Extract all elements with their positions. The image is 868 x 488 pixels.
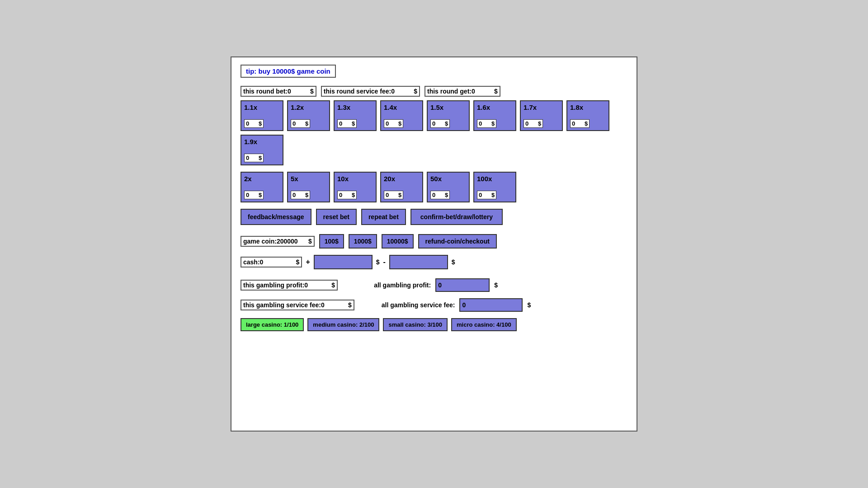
- multiplier-input-box-7[interactable]: $: [570, 119, 590, 128]
- multiplier-dollar-7: $: [585, 120, 588, 127]
- casino-badge-1[interactable]: medium casino: 2/100: [307, 318, 379, 331]
- multiplier-input-box-2[interactable]: $: [337, 119, 357, 128]
- refund-button[interactable]: refund-coin/checkout: [418, 234, 497, 249]
- cash-row: cash: $ + $ - $: [241, 255, 627, 269]
- multiplier-dollar-r2-2: $: [352, 192, 355, 198]
- multiplier-input-4[interactable]: [432, 120, 445, 127]
- coin-1000-button[interactable]: 1000$: [349, 234, 377, 249]
- plus-operator: +: [306, 258, 310, 266]
- multiplier-label-8: 1.9x: [244, 138, 280, 145]
- multiplier-cell-16x[interactable]: 1.6x $: [473, 100, 516, 131]
- multiplier-input-7[interactable]: [572, 120, 585, 127]
- round-get-input[interactable]: [472, 88, 494, 95]
- multiplier-cell-r2-2x[interactable]: 2x $: [241, 172, 283, 202]
- multiplier-input-0[interactable]: [246, 120, 259, 127]
- cash-label: cash:: [243, 258, 260, 266]
- coin-symbol: $: [308, 238, 312, 245]
- coin-100-button[interactable]: 100$: [319, 234, 344, 249]
- multiplier-input-2[interactable]: [339, 120, 352, 127]
- all-service-label: all gambling service fee:: [382, 301, 455, 309]
- round-info-row: this round bet: $ this round service fee…: [241, 86, 627, 97]
- round-service-box: this round service fee: $: [321, 86, 420, 97]
- cash-input-box: cash: $: [241, 257, 302, 267]
- multiplier-input-r2-1[interactable]: [292, 192, 305, 198]
- multiplier-input-r2-0[interactable]: [246, 192, 259, 198]
- all-service-symbol: $: [527, 301, 531, 309]
- multiplier-cell-r2-100x[interactable]: 100x $: [473, 172, 516, 202]
- multiplier-cell-r2-20x[interactable]: 20x $: [380, 172, 423, 202]
- multiplier-cell-13x[interactable]: 1.3x $: [334, 100, 377, 131]
- multiplier-label-r2-2: 10x: [337, 175, 373, 183]
- multiplier-label-6: 1.7x: [524, 103, 559, 111]
- multiplier-input-box-0[interactable]: $: [244, 119, 264, 128]
- cash-symbol: $: [296, 258, 300, 266]
- coin-10000-button[interactable]: 10000$: [382, 234, 414, 249]
- cash-sub-symbol: $: [452, 258, 455, 266]
- round-get-label: this round get:: [427, 88, 472, 95]
- round-service-input[interactable]: [391, 88, 414, 95]
- multiplier-input-box-4[interactable]: $: [430, 119, 450, 128]
- round-bet-input[interactable]: [288, 88, 310, 95]
- all-service-input[interactable]: 0: [459, 298, 523, 312]
- multiplier-input-3[interactable]: [386, 120, 398, 127]
- multiplier-dollar-3: $: [398, 120, 401, 127]
- round-service-symbol: $: [414, 88, 417, 95]
- multiplier-input-6[interactable]: [525, 120, 538, 127]
- multiplier-input-box-r2-0[interactable]: $: [244, 191, 264, 199]
- multiplier-cell-r2-10x[interactable]: 10x $: [334, 172, 377, 202]
- multiplier-cell-17x[interactable]: 1.7x $: [520, 100, 563, 131]
- multiplier-input-box-r2-4[interactable]: $: [430, 191, 450, 199]
- multiplier-label-r2-4: 50x: [430, 175, 466, 183]
- multiplier-input-box-3[interactable]: $: [384, 119, 403, 128]
- multiplier-input-8[interactable]: [246, 155, 259, 161]
- multiplier-cell-11x[interactable]: 1.1x $: [241, 100, 283, 131]
- multiplier-cell-15x[interactable]: 1.5x $: [427, 100, 470, 131]
- multiplier-label-0: 1.1x: [244, 103, 280, 111]
- multiplier-cell-19x[interactable]: 1.9x $: [241, 135, 283, 165]
- this-profit-label: this gambling profit:: [243, 282, 304, 289]
- multiplier-input-box-6[interactable]: $: [524, 119, 543, 128]
- cash-subtract-input[interactable]: [389, 255, 448, 269]
- multiplier-input-1[interactable]: [292, 120, 305, 127]
- multiplier-cell-r2-5x[interactable]: 5x $: [287, 172, 330, 202]
- multiplier-cell-12x[interactable]: 1.2x $: [287, 100, 330, 131]
- multiplier-input-box-r2-2[interactable]: $: [337, 191, 357, 199]
- multiplier-cell-14x[interactable]: 1.4x $: [380, 100, 423, 131]
- multiplier-input-box-5[interactable]: $: [477, 119, 496, 128]
- round-service-label: this round service fee:: [324, 88, 391, 95]
- reset-bet-button[interactable]: reset bet: [316, 209, 357, 225]
- this-service-box: this gambling service fee: $: [241, 300, 354, 310]
- multiplier-input-box-8[interactable]: $: [244, 154, 264, 162]
- multiplier-label-r2-1: 5x: [291, 175, 326, 183]
- this-profit-symbol: $: [331, 282, 335, 289]
- casino-badge-0[interactable]: large casino: 1/100: [241, 318, 304, 331]
- multiplier-input-box-r2-3[interactable]: $: [384, 191, 403, 199]
- multiplier-input-r2-2[interactable]: [339, 192, 352, 198]
- this-service-symbol: $: [348, 301, 352, 309]
- confirm-bet-button[interactable]: confirm-bet/draw/lottery: [410, 209, 503, 225]
- multiplier-label-r2-3: 20x: [384, 175, 420, 183]
- casino-badge-2[interactable]: small casino: 3/100: [383, 318, 448, 331]
- multiplier-label-4: 1.5x: [430, 103, 466, 111]
- multiplier-input-box-r2-5[interactable]: $: [477, 191, 496, 199]
- this-profit-input[interactable]: [304, 282, 331, 289]
- multiplier-input-5[interactable]: [479, 120, 491, 127]
- repeat-bet-button[interactable]: repeat bet: [361, 209, 406, 225]
- this-service-input[interactable]: [321, 301, 348, 309]
- multiplier-label-7: 1.8x: [570, 103, 606, 111]
- multiplier-input-r2-3[interactable]: [386, 192, 398, 198]
- multiplier-cell-18x[interactable]: 1.8x $: [566, 100, 609, 131]
- cash-add-input[interactable]: [314, 255, 373, 269]
- service-fee-row: this gambling service fee: $ all gamblin…: [241, 298, 627, 312]
- all-profit-input[interactable]: 0: [435, 278, 490, 292]
- multiplier-input-box-1[interactable]: $: [291, 119, 310, 128]
- feedback-button[interactable]: feedback/message: [241, 209, 311, 225]
- casino-badge-3[interactable]: micro casino: 4/100: [451, 318, 517, 331]
- coin-input[interactable]: [277, 238, 308, 245]
- round-get-symbol: $: [494, 88, 498, 95]
- multiplier-input-r2-5[interactable]: [479, 192, 491, 198]
- multiplier-input-r2-4[interactable]: [432, 192, 445, 198]
- cash-input[interactable]: [260, 258, 296, 266]
- multiplier-input-box-r2-1[interactable]: $: [291, 191, 310, 199]
- multiplier-cell-r2-50x[interactable]: 50x $: [427, 172, 470, 202]
